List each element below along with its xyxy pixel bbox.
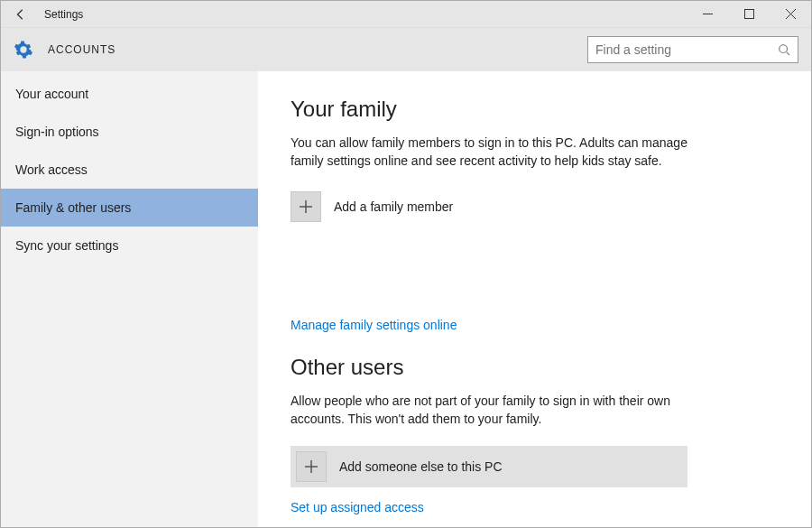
sidebar-item-sync-settings[interactable]: Sync your settings [1, 227, 258, 264]
search-box[interactable] [587, 36, 798, 63]
other-users-description: Allow people who are not part of your fa… [291, 393, 706, 428]
set-up-assigned-access-link[interactable]: Set up assigned access [291, 500, 424, 514]
sidebar-item-family-other-users[interactable]: Family & other users [1, 189, 258, 227]
back-button[interactable] [10, 4, 32, 25]
svg-rect-1 [744, 10, 753, 19]
plus-box [296, 451, 327, 482]
svg-line-5 [787, 52, 790, 56]
other-users-heading: Other users [291, 355, 779, 380]
sidebar-item-sign-in-options[interactable]: Sign-in options [1, 113, 258, 151]
titlebar: Settings [1, 1, 811, 28]
close-button[interactable] [770, 1, 811, 27]
add-someone-else-label: Add someone else to this PC [339, 459, 503, 474]
add-family-member-label: Add a family member [334, 199, 453, 214]
sidebar-item-your-account[interactable]: Your account [1, 75, 258, 113]
window-title: Settings [44, 8, 83, 21]
search-icon [778, 43, 790, 56]
maximize-button[interactable] [728, 1, 770, 27]
search-input[interactable] [595, 42, 778, 57]
section-title: ACCOUNTS [48, 43, 115, 56]
plus-icon [304, 459, 318, 474]
content-area: Your family You can allow family members… [258, 71, 811, 527]
arrow-left-icon [14, 8, 27, 21]
gear-icon [14, 40, 33, 60]
close-icon [786, 9, 796, 19]
add-someone-else-button[interactable]: Add someone else to this PC [291, 446, 687, 487]
window-controls [687, 1, 811, 27]
minimize-icon [703, 9, 713, 19]
minimize-button[interactable] [687, 1, 728, 27]
your-family-heading: Your family [291, 97, 779, 122]
manage-family-settings-link[interactable]: Manage family settings online [291, 318, 457, 332]
maximize-icon [744, 9, 754, 19]
plus-box [291, 191, 321, 222]
your-family-description: You can allow family members to sign in … [291, 134, 706, 170]
sidebar-item-work-access[interactable]: Work access [1, 151, 258, 189]
sidebar: Your account Sign-in options Work access… [1, 71, 258, 527]
plus-icon [299, 199, 313, 214]
page-header: ACCOUNTS [1, 28, 811, 71]
svg-point-4 [780, 45, 788, 53]
add-family-member-button[interactable]: Add a family member [291, 188, 687, 226]
body: Your account Sign-in options Work access… [1, 71, 811, 527]
